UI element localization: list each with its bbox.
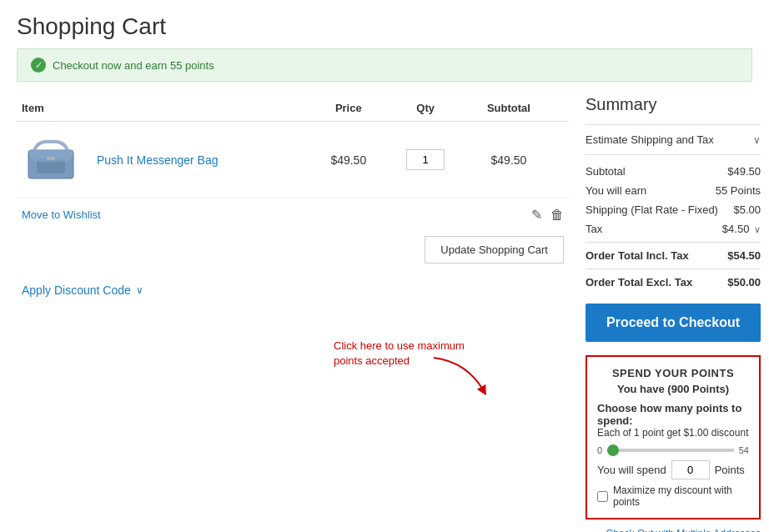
summary-section: Summary Estimate Shipping and Tax ∨ Subt… <box>586 95 769 532</box>
cart-actions: Move to Wishlist ✎ 🗑 <box>17 198 569 231</box>
points-choose-label: Choose how many points to spend: <box>597 402 749 427</box>
summary-row-points: You will earn 55 Points <box>586 181 761 200</box>
spend-points-box: SPEND YOUR POINTS You have (900 Points) … <box>586 355 761 519</box>
delete-item-button[interactable]: 🗑 <box>550 208 564 223</box>
estimate-chevron-icon: ∨ <box>753 134 761 146</box>
discount-row: Apply Discount Code ∨ <box>17 275 569 305</box>
order-total-excl-value: $50.00 <box>727 276 761 289</box>
product-name-link[interactable]: Push It Messenger Bag <box>90 153 219 167</box>
spend-prefix: You will spend <box>597 464 666 476</box>
cart-table: Item Price Qty Subtotal <box>17 95 569 198</box>
points-have: You have (900 Points) <box>597 383 749 395</box>
points-slider[interactable] <box>607 449 734 452</box>
proceed-to-checkout-button[interactable]: Proceed to Checkout <box>586 304 761 342</box>
col-subtotal: Subtotal <box>465 95 553 122</box>
tax-value: $4.50 ∨ <box>722 223 761 235</box>
subtotal-value: $49.50 <box>727 165 761 178</box>
col-item: Item <box>17 95 311 122</box>
subtotal-label: Subtotal <box>586 165 626 178</box>
annotation-area: Click here to use maximum points accepte… <box>17 330 569 397</box>
discount-label: Apply Discount Code <box>22 284 131 297</box>
order-total-excl-row: Order Total Excl. Tax $50.00 <box>586 269 761 292</box>
tax-label: Tax <box>586 223 602 235</box>
slider-max-label: 54 <box>739 445 749 455</box>
maximize-row: Maximize my discount with points <box>597 484 749 508</box>
points-label: You will earn <box>586 184 646 197</box>
product-price: $49.50 <box>330 153 366 167</box>
qty-input[interactable] <box>406 149 445 170</box>
shipping-label: Shipping (Flat Rate - Fixed) <box>586 203 718 216</box>
update-cart-row: Update Shopping Cart <box>17 231 569 275</box>
points-slider-row: 0 54 <box>597 445 749 455</box>
points-box-title: SPEND YOUR POINTS <box>597 367 749 379</box>
slider-min-label: 0 <box>597 445 602 455</box>
page-title: Shopping Cart <box>0 0 769 48</box>
spend-points-input[interactable] <box>671 460 710 479</box>
points-amount: 900 Points <box>671 383 726 395</box>
order-total-incl-row: Order Total Incl. Tax $54.50 <box>586 242 761 265</box>
move-to-wishlist-link[interactable]: Move to Wishlist <box>22 208 101 221</box>
apply-discount-toggle[interactable]: Apply Discount Code ∨ <box>22 284 564 297</box>
order-total-excl-label: Order Total Excl. Tax <box>586 276 692 289</box>
discount-chevron-icon: ∨ <box>136 284 143 296</box>
estimate-label: Estimate Shipping and Tax <box>586 133 714 146</box>
maximize-checkbox[interactable] <box>597 491 608 502</box>
estimate-shipping-toggle[interactable]: Estimate Shipping and Tax ∨ <box>586 124 761 155</box>
points-each-label: Each of 1 point get $1.00 discount <box>597 427 749 439</box>
edit-item-button[interactable]: ✎ <box>531 207 542 223</box>
tax-chevron-icon[interactable]: ∨ <box>754 224 761 234</box>
spend-suffix: Points <box>715 464 745 476</box>
maximize-label: Maximize my discount with points <box>613 484 749 508</box>
col-qty: Qty <box>386 95 465 122</box>
item-icon-actions: ✎ 🗑 <box>531 207 564 223</box>
points-value: 55 Points <box>716 184 761 197</box>
summary-row-shipping: Shipping (Flat Rate - Fixed) $5.00 <box>586 200 761 219</box>
shipping-value: $5.00 <box>733 203 761 216</box>
checkout-banner: ✓ Checkout now and earn 55 points <box>17 48 752 82</box>
spend-row: You will spend Points <box>597 460 749 479</box>
check-icon: ✓ <box>31 58 46 73</box>
product-image <box>22 133 80 183</box>
order-total-incl-value: $54.50 <box>727 249 761 262</box>
summary-title: Summary <box>586 95 761 124</box>
product-subtotal: $49.50 <box>491 153 527 167</box>
col-price: Price <box>311 95 386 122</box>
annotation-arrow <box>425 354 492 395</box>
table-row: Push It Messenger Bag $49.50 $49.50 <box>17 122 569 198</box>
update-cart-button[interactable]: Update Shopping Cart <box>425 236 564 263</box>
cart-section: Item Price Qty Subtotal <box>0 95 586 532</box>
summary-row-tax: Tax $4.50 ∨ <box>586 219 761 238</box>
order-total-incl-label: Order Total Incl. Tax <box>586 249 689 262</box>
banner-text: Checkout now and earn 55 points <box>53 59 214 72</box>
summary-row-subtotal: Subtotal $49.50 <box>586 162 761 181</box>
checkout-multiple-link[interactable]: Check Out with Multiple Addresses <box>586 528 761 532</box>
